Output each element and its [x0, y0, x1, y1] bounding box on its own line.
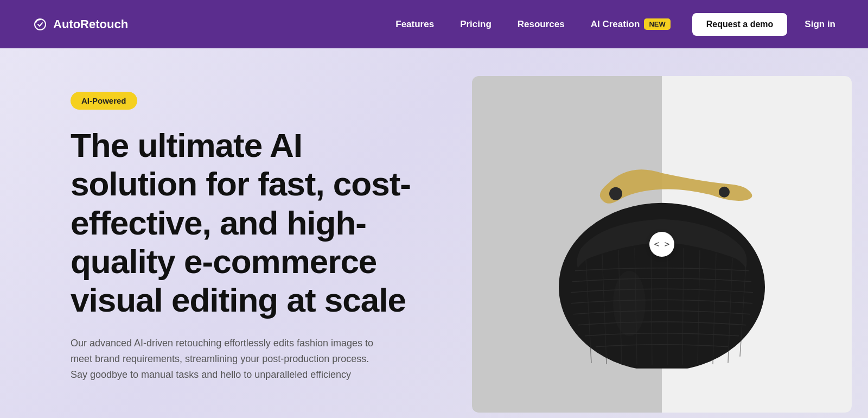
- hero-section: AI-Powered The ultimate AI solution for …: [0, 48, 868, 418]
- request-demo-button[interactable]: Request a demo: [692, 13, 788, 36]
- navbar: AutoRetouch Features Pricing Resources A…: [0, 0, 868, 48]
- svg-point-3: [609, 187, 622, 200]
- slider-icon: < >: [654, 239, 670, 249]
- hero-title: The ultimate AI solution for fast, cost-…: [71, 126, 418, 319]
- ai-powered-badge: AI-Powered: [71, 92, 137, 110]
- logo-text: AutoRetouch: [53, 17, 128, 31]
- sign-in-link[interactable]: Sign in: [805, 19, 835, 30]
- hero-content: AI-Powered The ultimate AI solution for …: [71, 86, 418, 383]
- logo-icon: [33, 17, 48, 32]
- nav-link-resources[interactable]: Resources: [518, 19, 565, 30]
- svg-point-4: [719, 186, 730, 197]
- nav-link-pricing[interactable]: Pricing: [460, 19, 492, 30]
- image-comparison-slider[interactable]: < >: [649, 232, 674, 257]
- nav-links: Features Pricing Resources AI Creation N…: [395, 18, 670, 30]
- new-badge: NEW: [644, 18, 670, 30]
- logo-area[interactable]: AutoRetouch: [33, 17, 128, 32]
- nav-ai-creation-group: AI Creation NEW: [591, 18, 671, 30]
- hero-image-area: < >: [456, 48, 868, 418]
- nav-link-ai-creation[interactable]: AI Creation: [591, 19, 640, 30]
- hero-description: Our advanced AI-driven retouching effort…: [71, 335, 374, 382]
- nav-link-features[interactable]: Features: [395, 19, 434, 30]
- svg-point-2: [613, 270, 646, 335]
- image-comparison: < >: [472, 76, 852, 413]
